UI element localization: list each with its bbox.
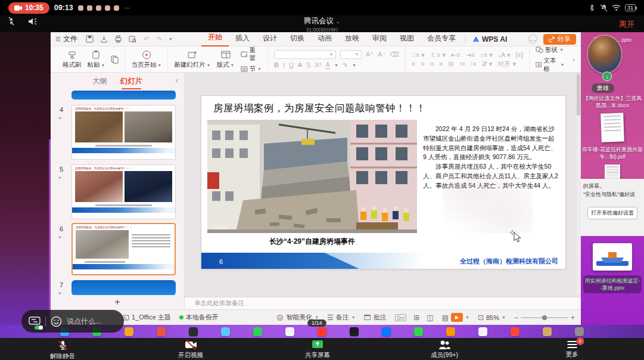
notes-bar[interactable]: 单击此处添加备注: [185, 297, 581, 309]
reading-view-icon[interactable]: ◫: [427, 314, 433, 322]
emoji-icon[interactable]: [51, 316, 62, 327]
dock-app-icon[interactable]: [253, 327, 262, 336]
chevron-down-icon[interactable]: ▼: [169, 37, 173, 41]
more-button[interactable]: 3 更多: [566, 340, 578, 359]
share-button[interactable]: 分享: [543, 34, 576, 45]
shapes-button[interactable]: 形状 ▼: [536, 46, 564, 54]
pptx2-thumbnail[interactable]: [593, 243, 632, 271]
redo-icon[interactable]: ↷: [156, 35, 162, 44]
bullet-list-icon[interactable]: ∷≡ ▾: [412, 52, 425, 58]
zoom-level[interactable]: 85%: [486, 314, 499, 321]
output-icon[interactable]: [100, 35, 108, 43]
local-backup-status[interactable]: 本地备份开: [179, 313, 219, 322]
indent-more-icon[interactable]: ⁝≡: [459, 61, 465, 67]
align-left-icon[interactable]: ≡: [412, 61, 415, 67]
font-name-select[interactable]: ▼: [274, 50, 336, 59]
italic-button[interactable]: I: [283, 62, 285, 69]
paragraph-spacing-icon[interactable]: ⇵ ▾: [482, 61, 493, 67]
dock-app-icon[interactable]: [543, 327, 552, 336]
superscript-button[interactable]: X²: [315, 62, 322, 69]
leave-meeting-button[interactable]: 离开: [619, 19, 634, 30]
danmaku-toggle-on[interactable]: [35, 325, 43, 330]
strikethrough-button[interactable]: S: [306, 62, 310, 69]
recording-pill[interactable]: 10:35: [8, 2, 49, 14]
danmaku-input-pill[interactable]: 说点什么...: [21, 310, 124, 333]
line-spacing-icon[interactable]: ↕≡ ▾: [480, 52, 493, 58]
save-icon[interactable]: [86, 35, 94, 43]
indent-less-icon[interactable]: ⁝≡: [471, 61, 477, 67]
slide-5-thumbnail[interactable]: 房屋坍塌案例，为房屋安全问题敲响警钟！！！: [71, 165, 176, 219]
tab-membership[interactable]: 会员专享: [421, 31, 462, 46]
slide-7-thumbnail-partial[interactable]: [71, 280, 176, 295]
tab-transition[interactable]: 切换: [284, 31, 311, 46]
paste-button[interactable]: 粘贴 ▼: [88, 49, 105, 69]
text-direction-icon[interactable]: ↓A ▾: [498, 52, 511, 58]
tab-review[interactable]: 审阅: [366, 31, 393, 46]
dock-app-icon[interactable]: [478, 327, 487, 336]
dock-app-icon[interactable]: [189, 327, 198, 336]
dock-app-icon[interactable]: [446, 327, 455, 336]
play-from-current-button[interactable]: 当页开始 ▼: [131, 49, 161, 69]
avatar[interactable]: [588, 36, 621, 73]
decrease-font-icon[interactable]: A⁻: [378, 51, 385, 58]
align-right-icon[interactable]: ≡: [430, 61, 434, 67]
dock-app-icon[interactable]: [125, 327, 133, 336]
char-spacing-button[interactable]: A: [298, 62, 302, 69]
desktop-file-pptx2[interactable]: 用实例谈结构检测鉴定--萧雄.pptx: [583, 275, 642, 293]
chevron-down-icon[interactable]: ▼: [465, 315, 469, 319]
dock-app-icon[interactable]: [221, 327, 230, 336]
phone-remote-icon[interactable]: ▤: [442, 314, 449, 322]
tab-insert[interactable]: 插入: [229, 31, 256, 46]
theme-button[interactable]: 1_Office 主题: [122, 313, 171, 322]
align-objects-button[interactable]: 对齐 ▾: [497, 61, 516, 67]
tab-view[interactable]: 视图: [393, 31, 421, 46]
meeting-title[interactable]: 腾讯会议 ⌄: [0, 16, 644, 26]
increase-font-icon[interactable]: A⁺: [366, 51, 374, 58]
tab-outline[interactable]: 大纲: [92, 76, 107, 86]
decrease-indent-icon[interactable]: ⇤≡: [451, 52, 461, 58]
slideshow-play-button[interactable]: ▶: [451, 313, 463, 322]
clear-format-icon[interactable]: ⌫: [390, 51, 399, 58]
layout-button[interactable]: 版式 ▼: [217, 49, 235, 69]
dock-app-icon[interactable]: [350, 327, 359, 336]
dock-app-icon[interactable]: [157, 327, 166, 336]
tab-design[interactable]: 设计: [256, 31, 284, 46]
reset-button[interactable]: 重置: [241, 46, 262, 63]
normal-view-icon[interactable]: ▯▭: [395, 314, 406, 321]
bold-button[interactable]: B: [274, 62, 279, 69]
notes-button[interactable]: ☰ 备注 ▼: [327, 313, 356, 322]
section-button[interactable]: 节 ▼: [241, 65, 262, 73]
tab-slideshow[interactable]: 放映: [338, 31, 366, 46]
font-size-select[interactable]: ▼: [340, 50, 362, 59]
distribute-icon[interactable]: ⊟: [449, 61, 454, 67]
slide-4-thumbnail[interactable]: 房屋坍塌案例，为房屋安全问题敲响警钟！！！: [71, 105, 176, 160]
dock-app-icon[interactable]: [575, 327, 584, 336]
ellipsis-icon[interactable]: …: [528, 35, 537, 44]
download-icon[interactable]: ↓: [602, 72, 612, 81]
numbered-list-icon[interactable]: ⒈≡ ▾: [430, 52, 446, 58]
font-color-button[interactable]: A: [326, 61, 330, 69]
slide-sorter-icon[interactable]: ⊞: [413, 314, 419, 322]
members-button[interactable]: 成员(99+): [431, 340, 458, 359]
fit-slide-icon[interactable]: ⊡: [478, 314, 484, 322]
new-slide-button[interactable]: 新建幻灯片 ▼: [174, 49, 210, 69]
dock-app-icon[interactable]: [318, 327, 326, 336]
canvas-scrollbar[interactable]: [577, 74, 580, 294]
desktop-file-docx[interactable]: 【询价比选文件】三亚凤凰国...本.docx: [581, 95, 644, 109]
justify-icon[interactable]: ≡: [439, 61, 443, 67]
format-painter-button[interactable]: 格式刷: [63, 49, 82, 69]
tab-animation[interactable]: 动画: [311, 31, 338, 46]
copy-button[interactable]: [111, 51, 119, 69]
share-screen-button[interactable]: 共享屏幕: [305, 340, 330, 359]
textbox-button[interactable]: A 文本框 ▼: [536, 57, 564, 73]
dock-app-icon[interactable]: [285, 327, 294, 336]
underline-button[interactable]: U: [289, 62, 294, 69]
tab-home[interactable]: 开始: [201, 30, 229, 46]
slide-3-thumbnail-partial[interactable]: [71, 91, 176, 100]
dock-app-icon[interactable]: [414, 327, 423, 336]
dock-app-icon[interactable]: [511, 327, 519, 336]
file-menu[interactable]: ☰ 文件: [55, 34, 77, 44]
start-video-button[interactable]: 开启视频: [178, 340, 203, 359]
slide-6-thumbnail-selected[interactable]: 房屋坍塌案例，为房屋安全问题敲响警钟！！！: [71, 223, 176, 275]
tab-slides[interactable]: 幻灯片: [120, 76, 143, 86]
